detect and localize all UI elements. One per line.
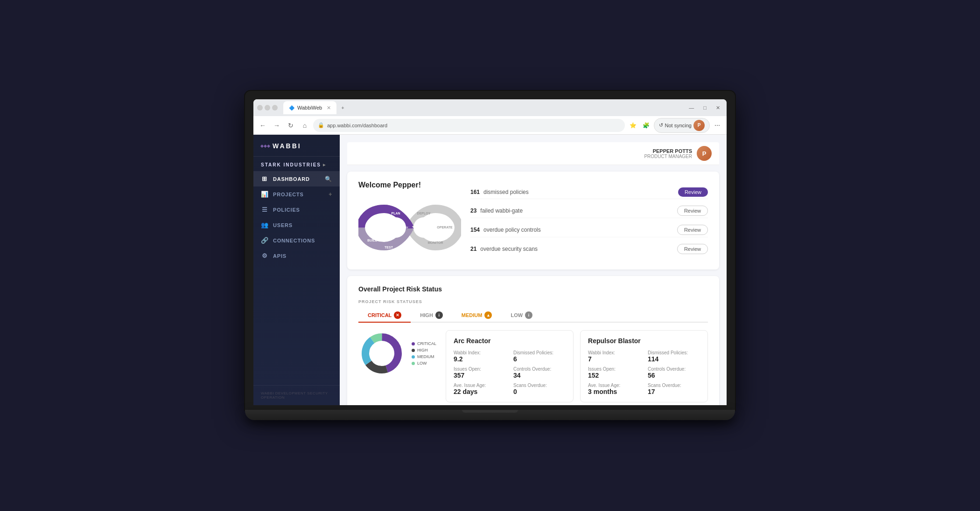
sync-label: Not syncing [665,123,692,128]
home-button[interactable]: ⌂ [299,120,310,131]
sync-icon: ↺ [659,122,663,128]
sync-button[interactable]: ↺ Not syncing P [654,118,710,133]
sidebar-nav: ⊞ DASHBOARD 🔍 📊 PROJECTS + ☰ POLICIES [253,167,340,385]
medium-legend-label: MEDIUM [417,354,434,359]
sidebar-item-projects[interactable]: 📊 PROJECTS + [253,186,340,202]
sidebar: WABBI STARK INDUSTRIES ⊞ DASHBOARD 🔍 📊 P… [253,135,340,405]
svg-text:PLAN: PLAN [391,212,400,215]
donut-chart [358,330,405,377]
low-legend-label: LOW [417,361,427,366]
medium-tab-label: MEDIUM [462,312,483,318]
toolbar-right: ⭐ 🧩 ↺ Not syncing P ⋯ [628,118,723,133]
sidebar-item-connections[interactable]: 🔗 CONNECTIONS [253,233,340,248]
welcome-card: Welcome Pepper! [347,172,719,269]
policies-icon: ☰ [261,206,268,213]
win-maximize-btn[interactable]: □ [700,104,709,112]
review-btn-0[interactable]: Review [678,187,708,197]
sidebar-item-dashboard[interactable]: ⊞ DASHBOARD 🔍 [253,171,340,186]
sidebar-logo: WABBI [253,135,340,157]
arc-issue-age: Ave. Issue Age: 22 days [454,383,506,395]
review-btn-1[interactable]: Review [677,206,708,216]
stat-count-3: 21 [470,246,476,252]
svg-point-1 [413,217,434,238]
user-role: PRODUCT MANAGER [644,154,692,159]
window-controls: — □ ✕ [686,104,723,112]
sidebar-label-projects: PROJECTS [273,192,304,197]
svg-text:OPERATE: OPERATE [437,226,453,229]
tab-medium[interactable]: MEDIUM ▲ [452,309,502,323]
projects-add-icon[interactable]: + [329,191,332,198]
repulsor-controls-overdue: Controls Overdue: 56 [648,366,700,379]
stat-label-2: overdue policy controls [483,227,677,233]
project-card-repulsor: Repulsor Blastor Wabbi Index: 7 [580,330,708,402]
search-icon-btn[interactable]: ⭐ [628,120,639,131]
profile-avatar[interactable]: P [693,120,705,131]
tab-close-btn[interactable]: ✕ [327,105,331,111]
address-bar[interactable]: 🔒 app.wabbi.com/dashboard [313,119,625,132]
critical-tab-label: CRITICAL [368,312,392,318]
stat-label-3: overdue security scans [480,246,677,252]
app-content: WABBI STARK INDUSTRIES ⊞ DASHBOARD 🔍 📊 P… [253,135,727,405]
user-info: PEPPER POTTS PRODUCT MANAGER [644,148,692,159]
tab-bar: 🔷 WabbiWeb ✕ + [280,101,684,114]
dashboard-search-icon[interactable]: 🔍 [325,176,332,182]
risk-left-panel: PROJECT RISK STATUSES CRITICAL ✕ HIGH i [358,299,708,405]
company-name: STARK INDUSTRIES [253,162,340,167]
devops-svg: CODE PLAN RELEASE DEPLOY OPERATE MONITOR… [358,195,461,260]
browser-toolbar: ← → ↻ ⌂ 🔒 app.wabbi.com/dashboard ⭐ 🧩 ↺ … [253,116,727,135]
user-name: PEPPER POTTS [644,148,692,154]
arc-wabbi-index: Wabbi Index: 9.2 [454,350,506,363]
main-area: PEPPER POTTS PRODUCT MANAGER P Welcome P… [340,135,727,405]
win-close-dot[interactable] [257,105,263,110]
welcome-section: Welcome Pepper! [358,181,461,260]
user-avatar[interactable]: P [697,146,712,161]
sidebar-label-policies: POLICIES [273,207,300,213]
repulsor-scans-overdue: Scans Overdue: 17 [648,383,700,395]
tab-low[interactable]: LOW i [501,309,542,323]
tab-critical[interactable]: CRITICAL ✕ [358,309,411,323]
low-dot [412,362,415,365]
tab-high[interactable]: HIGH i [411,309,452,323]
stat-count-2: 154 [470,227,480,233]
legend-medium: MEDIUM [412,354,436,359]
repulsor-dismissed-policies: Dismissed Policies: 114 [648,350,700,363]
sidebar-item-users[interactable]: 👥 USERS [253,217,340,233]
risk-tabs: CRITICAL ✕ HIGH i MEDIUM [358,309,708,323]
back-button[interactable]: ← [257,120,268,131]
arc-issues-open: Issues Open: 357 [454,366,506,379]
risk-section-title: Overall Project Risk Status [358,285,708,293]
risk-body: CRITICAL HIGH [358,330,708,402]
high-legend-label: HIGH [417,348,428,352]
high-tab-label: HIGH [420,312,433,318]
svg-text:CODE: CODE [370,218,380,221]
critical-badge: ✕ [394,311,401,319]
stat-row-1: 23 failed wabbi-gate Review [470,204,708,218]
extensions-btn[interactable]: 🧩 [641,120,652,131]
logo-icon [261,145,270,147]
sidebar-item-policies[interactable]: ☰ POLICIES [253,202,340,217]
review-btn-2[interactable]: Review [677,225,708,235]
win-min-dot[interactable] [265,105,270,110]
sidebar-item-apis[interactable]: ⚙ APIS [253,248,340,263]
win-minimize-btn[interactable]: — [686,104,697,112]
welcome-title: Welcome Pepper! [358,181,461,189]
new-tab-btn[interactable]: + [337,101,348,114]
forward-button[interactable]: → [271,120,282,131]
high-dot [412,349,415,352]
review-btn-3[interactable]: Review [677,244,708,254]
win-close-btn[interactable]: ✕ [713,104,723,112]
screen-bezel: 🔷 WabbiWeb ✕ + — □ ✕ ← → ↻ ⌂ [245,91,735,410]
repulsor-issues-open: Issues Open: 152 [588,366,640,379]
project-card-arc-reactor: Arc Reactor Wabbi Index: 9.2 [446,330,574,402]
win-max-dot[interactable] [272,105,278,110]
url-text: app.wabbi.com/dashboard [327,123,387,128]
refresh-button[interactable]: ↻ [285,120,296,131]
donut-section: CRITICAL HIGH [358,330,436,377]
devops-diagram: CODE PLAN RELEASE DEPLOY OPERATE MONITOR… [358,195,461,260]
menu-btn[interactable]: ⋯ [712,120,723,131]
tab-favicon: 🔷 [289,105,294,110]
sidebar-footer: WABBI DEVELOPMENT SECURITY OPERATION [253,385,340,405]
svg-text:MONITOR: MONITOR [428,241,443,244]
active-tab[interactable]: 🔷 WabbiWeb ✕ [283,101,336,114]
repulsor-title: Repulsor Blastor [588,337,700,345]
